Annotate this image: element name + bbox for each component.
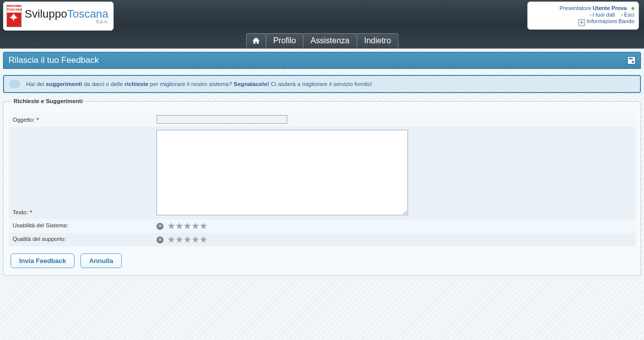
clear-rating-icon[interactable]: ✕ — [156, 236, 164, 243]
feedback-fieldset: Richieste e Suggerimenti Oggetto: * Test… — [3, 98, 641, 276]
nav-profile[interactable]: Profilo — [266, 33, 303, 48]
main-nav: Profilo Assistenza Indietro — [246, 33, 398, 48]
clear-rating-icon[interactable]: ✕ — [156, 223, 164, 230]
star-icon[interactable] — [176, 236, 183, 243]
subject-input[interactable] — [156, 115, 287, 124]
link-your-data[interactable]: I tuoi dati — [593, 12, 615, 18]
required-star-icon: * — [36, 116, 39, 124]
link-info-bando[interactable]: Informazioni Bando — [587, 18, 634, 24]
top-bar: REGIONETOSCANA SviluppoToscana S.p.A. Pr… — [0, 0, 644, 49]
logo-flag-icon: REGIONETOSCANA — [7, 5, 22, 27]
fieldset-legend: Richieste e Suggerimenti — [12, 98, 85, 104]
nav-home[interactable] — [246, 33, 266, 48]
logo-text: SviluppoToscana S.p.A. — [25, 9, 108, 24]
chevron-right-icon: › — [590, 12, 592, 18]
support-label: Qualità del supporto: — [13, 236, 66, 242]
star-icon[interactable] — [192, 236, 199, 243]
usability-label: Usabilità del Sistema: — [13, 222, 68, 228]
user-box: Presentatore Utente Prova ›I tuoi dati ›… — [527, 2, 639, 30]
star-icon[interactable] — [168, 236, 175, 243]
panel-title: Rilascia il tuo Feedback — [9, 55, 99, 65]
star-icon[interactable] — [176, 222, 183, 230]
star-icon[interactable] — [192, 222, 199, 230]
plus-icon: + — [578, 19, 585, 26]
support-rating: ✕ — [156, 236, 631, 243]
speech-bubble-icon — [9, 80, 20, 88]
submit-feedback-button[interactable]: Invia Feedback — [11, 253, 74, 268]
nav-back[interactable]: Indietro — [357, 33, 398, 48]
star-icon[interactable] — [168, 222, 175, 230]
home-icon — [252, 36, 261, 45]
logo-region: REGIONETOSCANA — [7, 5, 22, 12]
usability-rating: ✕ — [156, 222, 631, 230]
user-role: Presentatore — [559, 5, 591, 11]
online-status-icon — [631, 7, 634, 10]
body-textarea[interactable] — [156, 130, 408, 215]
info-strip: Hai dei suggerimenti da darci o delle ri… — [3, 75, 641, 93]
link-exit[interactable]: Esci — [624, 12, 634, 18]
page: Rilascia il tuo Feedback Hai dei suggeri… — [3, 52, 641, 276]
user-name: Utente Prova — [593, 5, 627, 11]
support-stars — [168, 236, 208, 243]
logo[interactable]: REGIONETOSCANA SviluppoToscana S.p.A. — [3, 2, 114, 31]
usability-stars — [168, 222, 208, 230]
panel-calendar-icon[interactable] — [627, 56, 635, 64]
required-star-icon: * — [30, 209, 32, 216]
cancel-button[interactable]: Annulla — [80, 253, 122, 268]
body-label: Testo: — [13, 209, 28, 215]
nav-assist[interactable]: Assistenza — [303, 33, 357, 48]
star-icon[interactable] — [184, 222, 191, 230]
chevron-right-icon: › — [621, 12, 623, 18]
star-icon[interactable] — [184, 236, 191, 243]
feedback-form: Oggetto: * Testo: * Usabilità del Sist — [9, 112, 635, 246]
panel-header: Rilascia il tuo Feedback — [3, 52, 641, 69]
subject-label: Oggetto: — [13, 117, 35, 123]
star-icon[interactable] — [200, 222, 207, 230]
star-icon[interactable] — [200, 236, 207, 243]
